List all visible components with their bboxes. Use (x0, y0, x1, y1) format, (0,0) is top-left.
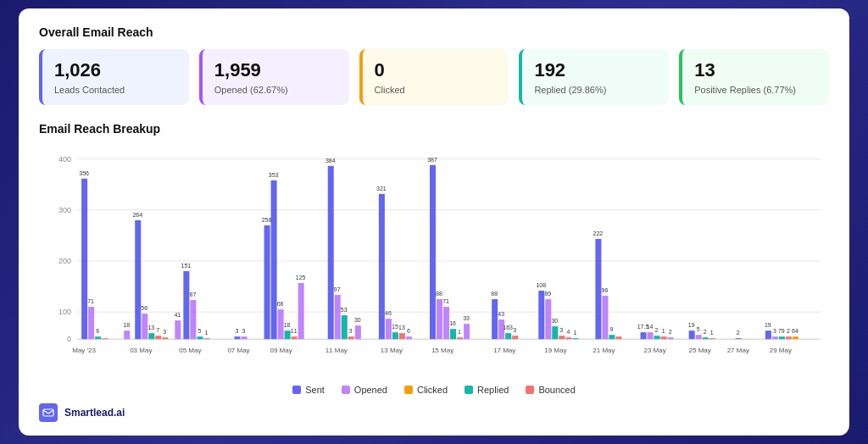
bar (399, 333, 405, 339)
svg-text:18: 18 (123, 322, 130, 328)
legend-clicked-label: Clicked (417, 385, 448, 395)
bar (648, 332, 654, 339)
bar (264, 225, 270, 339)
bar (505, 333, 511, 339)
bar (765, 330, 771, 339)
bar (736, 338, 742, 339)
bar (565, 337, 571, 339)
svg-text:09 May: 09 May (270, 347, 292, 354)
metric-positive: 13 Positive Replies (6.77%) (679, 49, 829, 104)
svg-text:400: 400 (58, 154, 71, 163)
svg-text:2: 2 (704, 329, 707, 335)
metric-opened-value: 1,959 (214, 59, 337, 81)
svg-text:151: 151 (181, 263, 192, 269)
metric-replied-value: 192 (534, 59, 657, 81)
svg-text:88: 88 (436, 291, 442, 297)
overall-title: Overall Email Reach (39, 25, 829, 39)
svg-text:100: 100 (58, 308, 71, 316)
svg-text:3: 3 (773, 328, 776, 334)
legend-replied-dot (465, 386, 473, 394)
svg-text:30: 30 (551, 318, 558, 324)
svg-text:4: 4 (566, 329, 570, 335)
bar (292, 336, 298, 339)
svg-text:27 May: 27 May (727, 347, 749, 354)
svg-text:3: 3 (513, 327, 516, 333)
legend-replied: Replied (465, 385, 509, 395)
legend-opened-label: Opened (354, 385, 387, 395)
svg-text:108: 108 (536, 282, 546, 288)
bar (175, 320, 181, 339)
svg-text:1: 1 (573, 330, 576, 336)
svg-text:66: 66 (277, 301, 284, 307)
bar (615, 336, 621, 339)
bar (155, 336, 161, 339)
svg-text:0: 0 (67, 335, 71, 343)
svg-text:17 May: 17 May (493, 347, 515, 354)
svg-text:30: 30 (354, 317, 361, 323)
bar (298, 283, 304, 339)
bar (443, 307, 449, 339)
metric-clicked-value: 0 (375, 59, 498, 81)
metric-opened: 1,959 Opened (62.67%) (199, 49, 349, 104)
svg-text:21 May: 21 May (593, 347, 615, 354)
svg-text:03 May: 03 May (130, 347, 152, 354)
bar (572, 338, 578, 339)
bar (406, 336, 412, 339)
svg-text:96: 96 (602, 287, 609, 293)
svg-text:6: 6 (96, 328, 99, 334)
bar (654, 336, 660, 339)
svg-text:25 May: 25 May (689, 347, 711, 354)
svg-text:71: 71 (442, 298, 449, 304)
bar (234, 336, 240, 339)
bar (135, 220, 141, 339)
logo-icon (39, 403, 58, 422)
svg-text:56: 56 (141, 305, 147, 311)
bar (342, 315, 348, 339)
bar (124, 330, 130, 339)
main-card: Overall Email Reach 1,026 Leads Contacte… (19, 8, 849, 435)
svg-rect-92 (43, 409, 53, 416)
bar (786, 336, 792, 339)
legend-bounced-dot (526, 386, 534, 394)
bar (709, 338, 715, 339)
svg-text:356: 356 (79, 169, 89, 175)
svg-text:07 May: 07 May (227, 347, 249, 354)
svg-text:64: 64 (792, 328, 798, 334)
svg-text:163: 163 (503, 325, 513, 330)
svg-text:3: 3 (236, 328, 239, 334)
metric-leads-value: 1,026 (54, 59, 177, 81)
svg-text:9: 9 (609, 326, 613, 332)
svg-text:11 May: 11 May (326, 347, 348, 354)
bar (190, 300, 196, 339)
bar (203, 338, 209, 339)
svg-text:79: 79 (778, 328, 785, 334)
metric-positive-label: Positive Replies (6.77%) (694, 85, 817, 95)
svg-text:41: 41 (174, 312, 181, 318)
legend-opened: Opened (342, 385, 387, 395)
svg-text:387: 387 (427, 156, 437, 162)
bar (538, 291, 544, 339)
bar (386, 319, 392, 339)
metric-leads-label: Leads Contacted (54, 85, 177, 95)
svg-text:125: 125 (296, 275, 306, 280)
metric-replied-label: Replied (29.86%) (534, 85, 657, 95)
bar (142, 314, 147, 339)
svg-text:89: 89 (544, 291, 551, 297)
svg-text:19: 19 (688, 322, 695, 328)
legend-sent: Sent (292, 385, 325, 395)
svg-text:43: 43 (498, 311, 504, 317)
bar (545, 299, 551, 339)
bar (348, 336, 354, 339)
bar (437, 299, 442, 339)
bar (430, 164, 436, 338)
bar (696, 335, 702, 339)
svg-text:5: 5 (198, 328, 201, 334)
chart-title: Email Reach Breakup (39, 122, 829, 136)
svg-text:3: 3 (242, 328, 246, 334)
bar (355, 325, 361, 339)
svg-text:1: 1 (662, 328, 665, 334)
metric-clicked: 0 Clicked (359, 49, 509, 104)
bar (512, 336, 518, 339)
bar (641, 332, 647, 339)
svg-text:2: 2 (787, 328, 790, 334)
